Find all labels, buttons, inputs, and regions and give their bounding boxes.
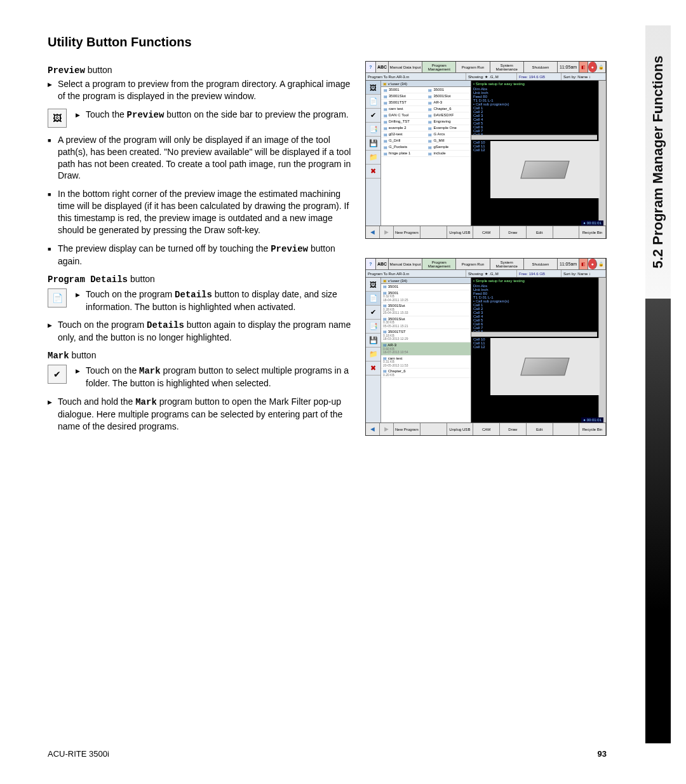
tab-sys-maint[interactable]: System Maintenance [490,259,524,269]
sb-delete-icon[interactable]: ✖ [366,362,380,375]
ss2-subbar: Program To Run AR-3.m Showing: ★ .G,.M F… [366,270,606,278]
sk-recycle-bin[interactable]: Recycle Bin [579,423,606,435]
sk-cam[interactable]: CAM [473,226,500,238]
nav-fwd-icon[interactable]: ► [380,226,394,238]
sb-folder-icon[interactable]: 📁 [366,151,380,165]
nav-back-icon[interactable]: ◄ [366,423,380,435]
sk-new-program[interactable]: New Program [394,423,420,435]
list-item[interactable]: ▤ Chapter_60.20 KB [381,368,471,378]
list-item[interactable]: ▤Drilling_TST [381,119,426,125]
tab-mdi[interactable]: Manual Data Input [389,62,422,72]
list-item[interactable]: ▤cam test [381,106,426,112]
details-p1: Touch on the program Details button to d… [76,288,353,313]
tab-program-run[interactable]: Program Run [456,62,490,72]
help-icon[interactable]: ? [366,259,376,269]
list-item[interactable]: ▤35001 [426,87,471,93]
list-item[interactable]: ▤gSample [426,144,471,151]
sb-mark-icon[interactable]: ✔ [366,109,380,123]
list-item[interactable]: ▤35001 [381,87,426,93]
sk-new-program[interactable]: New Program [394,226,420,238]
folder-header[interactable]: ▣ v:\user (34) [381,81,471,87]
sb-folder-icon[interactable]: 📁 [366,348,380,362]
sk-draw[interactable]: Draw [500,226,527,238]
sk-cam[interactable]: CAM [473,423,500,435]
list-item[interactable]: ▤G Arcs [426,132,471,138]
ss1-preview-pane: • Simple setup for easy testingDim AbsUn… [471,81,606,227]
page-content: Utility Button Functions Preview button … [48,35,607,455]
list-item[interactable]: ▤g02-test [381,132,426,138]
list-item[interactable]: ▤35001Slot [426,93,471,100]
mark-icon-row: ✔ Touch on the Mark program button to se… [48,365,353,389]
list-item[interactable]: ▤DAN C Tool [381,112,426,119]
list-item[interactable]: ▤ cam test0.31 KB20-05-2013 11:53 [381,356,471,369]
sb-delete-icon[interactable]: ✖ [366,165,380,179]
sk-unplug-usb[interactable]: Unplug USB [447,423,474,435]
sk-blank-2[interactable] [553,226,580,238]
sort-by[interactable]: Sort by: Name ↕ [562,73,606,80]
sk-blank-1[interactable] [420,226,447,238]
sk-recycle-bin[interactable]: Recycle Bin [579,226,606,238]
tab-sys-maint[interactable]: System Maintenance [490,62,524,72]
list-item[interactable]: ▤ 35001Slot0.30 KB05-05-2011 15:21 [381,316,471,330]
list-item[interactable]: ▤AR-3 [426,100,471,106]
list-item[interactable]: ▤ 35001TST0.18 KB18-03-2013 12:29 [381,329,471,342]
list-item[interactable]: ▤G_Drill [381,138,426,144]
sb-preview-icon[interactable]: 🖼 [366,278,380,292]
sk-blank-1[interactable] [420,423,447,435]
ss2-file-list[interactable]: ▣ v:\user (34) ▤ 35001▤ 350010.32 KB18-0… [381,278,471,424]
sort-by[interactable]: Sort by: Name ↕ [562,270,606,277]
scrollbar-x[interactable] [471,332,597,337]
sb-copy-icon[interactable]: 📑 [366,320,380,334]
sk-edit[interactable]: Edit [527,226,553,238]
list-item[interactable]: ▤G_Pockets [381,144,426,151]
list-item[interactable]: ▤Example One [426,125,471,132]
tab-shutdown[interactable]: Shutdown [524,259,558,269]
ss1-subbar: Program To Run AR-3.m Showing: ★ .G,.M F… [366,73,606,81]
indicator-lock-icon: 🔒 [597,259,606,269]
tab-program-mgmt[interactable]: Program Management [422,259,456,269]
ss2-preview-pane: • Simple setup for easy testingDim AbsUn… [471,278,606,424]
sk-draw[interactable]: Draw [500,423,527,435]
sb-save-icon[interactable]: 💾 [366,334,380,348]
folder-header[interactable]: ▣ v:\user (34) [381,278,471,284]
scrollbar-x[interactable] [471,135,597,140]
list-item[interactable]: ▤example 2 [381,125,426,132]
sb-copy-icon[interactable]: 📑 [366,123,380,137]
list-item[interactable]: ▤include [426,151,471,157]
nav-back-icon[interactable]: ◄ [366,226,380,238]
showing-filter[interactable]: Showing: ★ .G,.M [466,73,517,80]
list-item[interactable]: ▤Chapter_6 [426,106,471,112]
preview-p2: Touch the Preview button on the side bar… [76,109,353,121]
sb-save-icon[interactable]: 💾 [366,137,380,151]
sk-blank-2[interactable] [553,423,580,435]
list-item[interactable]: ▤hinge plate 1 [381,151,426,157]
tab-mdi[interactable]: Manual Data Input [389,259,422,269]
help-icon[interactable]: ? [366,62,376,72]
tab-program-run[interactable]: Program Run [456,259,490,269]
list-item[interactable]: ▤ 350010.32 KB18-04-2011 10:25 [381,290,471,304]
list-item[interactable]: ▤ 35001Slot0.28 KB25-04-2011 15:33 [381,303,471,316]
screenshot-details-mode: ? ABC Manual Data Input Program Manageme… [365,258,607,436]
list-item[interactable]: ▤35001Slot [381,93,426,100]
sb-details-icon[interactable]: 📄 [366,292,380,306]
ss1-file-list[interactable]: ▣ v:\user (34) ▤35001▤35001▤35001Slot▤35… [381,81,471,227]
showing-filter[interactable]: Showing: ★ .G,.M [466,270,517,277]
sb-preview-icon[interactable]: 🖼 [366,81,380,95]
abc-button[interactable]: ABC [376,259,389,269]
sk-edit[interactable]: Edit [527,423,553,435]
abc-button[interactable]: ABC [376,62,389,72]
sk-unplug-usb[interactable]: Unplug USB [447,226,474,238]
sb-details-icon[interactable]: 📄 [366,95,380,109]
list-item[interactable]: ▤DAVESDXF [426,112,471,119]
preview-icon-row: 🖼 Touch the Preview button on the side b… [48,109,353,128]
list-item[interactable]: ▤ 35001 [381,284,471,290]
tab-shutdown[interactable]: Shutdown [524,62,558,72]
code-line: • Simple setup for easy testing [471,81,606,87]
tab-program-mgmt[interactable]: Program Management [422,62,456,72]
list-item[interactable]: ▤G_Mill [426,138,471,144]
nav-fwd-icon[interactable]: ► [380,423,394,435]
sb-mark-icon[interactable]: ✔ [366,306,380,320]
list-item[interactable]: ▤35001TST [381,100,426,106]
list-item[interactable]: ▤Engraving [426,119,471,125]
list-item[interactable]: ▤ AR-30.60 KB16-07-2013 10:54 [381,342,471,356]
